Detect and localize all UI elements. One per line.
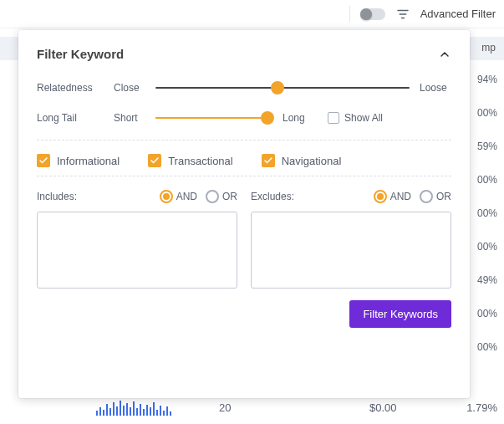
relatedness-slider-thumb[interactable] — [271, 81, 284, 95]
relatedness-max-label: Loose — [410, 82, 451, 94]
check-icon — [148, 154, 161, 167]
radio-label: AND — [390, 191, 411, 202]
filter-keywords-button[interactable]: Filter Keywords — [349, 300, 451, 328]
check-icon — [37, 154, 50, 167]
includes-logic-radios: AND OR — [160, 190, 237, 203]
relatedness-label: Relatedness — [37, 82, 114, 94]
background-column-label: mp — [481, 42, 496, 54]
intent-label: Transactional — [168, 155, 233, 167]
include-exclude-section: Includes: AND OR Excludes: — [37, 190, 451, 289]
show-all-group: Show All — [328, 112, 383, 124]
sparkline-chart — [96, 397, 171, 416]
intent-transactional[interactable]: Transactional — [148, 154, 233, 167]
excludes-logic-radios: AND OR — [374, 190, 451, 203]
longtail-slider[interactable] — [155, 110, 272, 126]
radio-label: OR — [222, 191, 237, 202]
show-all-label: Show All — [344, 112, 383, 124]
top-toolbar: Advanced Filter — [0, 0, 504, 28]
panel-title: Filter Keyword — [37, 47, 124, 61]
advanced-filter-label[interactable]: Advanced Filter — [420, 8, 496, 20]
collapse-icon[interactable] — [438, 48, 451, 61]
relatedness-row: Relatedness Close Loose — [37, 79, 451, 96]
panel-header: Filter Keyword — [37, 47, 451, 61]
longtail-slider-thumb[interactable] — [261, 111, 274, 125]
longtail-max-label: Long — [272, 112, 314, 124]
excludes-column: Excludes: AND OR — [251, 190, 451, 289]
longtail-min-label: Short — [114, 112, 155, 124]
intent-label: Informational — [57, 155, 120, 167]
includes-label: Includes: — [37, 191, 77, 202]
relatedness-min-label: Close — [114, 82, 155, 94]
radio-label: AND — [176, 191, 197, 202]
divider — [37, 140, 451, 140]
toggle-switch[interactable] — [360, 8, 385, 20]
includes-textarea[interactable] — [37, 212, 237, 289]
excludes-label: Excludes: — [251, 191, 294, 202]
relatedness-slider[interactable] — [155, 79, 410, 96]
divider — [37, 176, 451, 176]
toolbar-divider — [349, 6, 350, 23]
intent-navigational[interactable]: Navigational — [262, 154, 342, 167]
radio-label: OR — [436, 191, 451, 202]
longtail-label: Long Tail — [37, 112, 114, 124]
includes-and-radio[interactable]: AND — [160, 190, 197, 203]
filter-list-icon[interactable] — [395, 7, 410, 22]
bg-bottom-pct: 1.79% — [466, 401, 497, 414]
excludes-and-radio[interactable]: AND — [374, 190, 411, 203]
background-bottom-row: 20 $0.00 1.79% — [0, 396, 504, 419]
excludes-textarea[interactable] — [251, 212, 451, 289]
includes-column: Includes: AND OR — [37, 190, 237, 289]
panel-footer: Filter Keywords — [37, 300, 451, 328]
intent-label: Navigational — [282, 155, 342, 167]
check-icon — [262, 154, 275, 167]
intent-informational[interactable]: Informational — [37, 154, 120, 167]
filter-keyword-panel: Filter Keyword Relatedness Close Loose L… — [18, 30, 470, 398]
bg-bottom-volume: 20 — [219, 401, 231, 414]
bg-bottom-cost: $0.00 — [369, 401, 397, 414]
excludes-or-radio[interactable]: OR — [420, 190, 451, 203]
includes-or-radio[interactable]: OR — [206, 190, 237, 203]
show-all-checkbox[interactable] — [328, 112, 339, 124]
longtail-row: Long Tail Short Long Show All — [37, 110, 451, 126]
intent-filters: Informational Transactional Navigational — [37, 154, 451, 167]
